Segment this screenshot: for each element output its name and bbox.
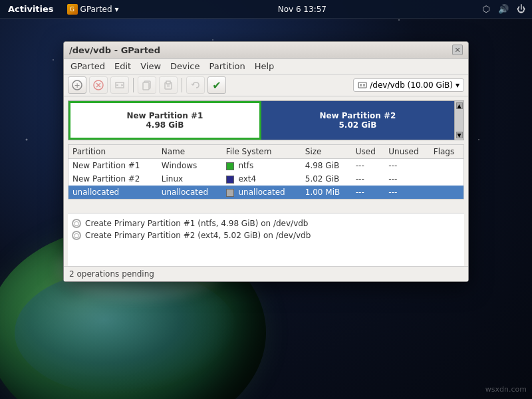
- paste-icon: [163, 80, 174, 90]
- col-filesystem: File System: [222, 145, 301, 159]
- svg-rect-7: [143, 82, 149, 90]
- new-icon: +: [72, 80, 82, 90]
- operation-item: ○Create Primary Partition #2 (ext4, 5.02…: [72, 229, 460, 241]
- row-1-used: ---: [352, 172, 385, 186]
- toolbar-sep-1: [133, 78, 134, 92]
- copy-icon: [142, 80, 152, 90]
- row-0-size: 4.98 GiB: [301, 159, 352, 173]
- row-0-partition: New Partition #1: [68, 159, 158, 173]
- p1-name: New Partition #1: [126, 111, 203, 120]
- network-icon[interactable]: ⬡: [480, 3, 492, 15]
- new-partition-button[interactable]: +: [68, 76, 86, 94]
- col-unused: Unused: [384, 145, 429, 159]
- row-2-size: 1.00 MiB: [301, 186, 352, 199]
- delete-button[interactable]: [89, 76, 108, 94]
- resize-icon: [114, 80, 125, 90]
- partition-table: Partition Name File System Size Used Unu…: [68, 145, 464, 199]
- fs-color-icon: [226, 162, 234, 170]
- row-2-flags: [430, 186, 464, 199]
- row-0-filesystem: ntfs: [222, 159, 301, 173]
- partition-1-block[interactable]: New Partition #1 4.98 GiB: [68, 101, 261, 140]
- row-1-filesystem: ext4: [222, 172, 301, 186]
- undo-icon: [190, 80, 201, 90]
- apply-button[interactable]: ✔: [207, 76, 226, 94]
- row-0-used: ---: [352, 159, 385, 173]
- volume-icon[interactable]: 🔊: [497, 3, 509, 15]
- op-text-0: Create Primary Partition #1 (ntfs, 4.98 …: [85, 219, 308, 228]
- partition-2-block[interactable]: New Partition #2 5.02 GiB: [261, 101, 454, 140]
- row-2-unused: ---: [384, 186, 429, 199]
- fs-color-icon: [226, 176, 234, 184]
- menu-edit[interactable]: Edit: [110, 60, 135, 72]
- taskbar: Activities G GParted ▾ Nov 6 13:57 ⬡ 🔊 ⏻: [0, 0, 532, 19]
- operations-list: ○Create Primary Partition #1 (ntfs, 4.98…: [72, 217, 460, 241]
- op-text-1: Create Primary Partition #2 (ext4, 5.02 …: [85, 231, 311, 240]
- row-2-partition: unallocated: [68, 186, 158, 199]
- taskbar-right: ⬡ 🔊 ⏻: [480, 3, 532, 15]
- col-partition: Partition: [68, 145, 158, 159]
- disk-scrollbar: ▲ ▼: [454, 101, 464, 140]
- status-bar: 2 operations pending: [64, 266, 468, 281]
- row-2-filesystem: unallocated: [222, 186, 301, 199]
- row-0-flags: [430, 159, 464, 173]
- taskbar-app[interactable]: G GParted ▾: [62, 4, 124, 15]
- row-0-name: Windows: [158, 159, 222, 173]
- p2-name: New Partition #2: [319, 111, 396, 120]
- svg-rect-9: [166, 81, 170, 84]
- operations-area: ○Create Primary Partition #1 (ntfs, 4.98…: [68, 213, 464, 266]
- operation-item: ○Create Primary Partition #1 (ntfs, 4.98…: [72, 217, 460, 229]
- menubar: GParted Edit View Device Partition Help: [64, 59, 468, 74]
- undo-button[interactable]: [186, 76, 205, 94]
- col-flags: Flags: [430, 145, 464, 159]
- taskbar-app-name: GParted: [80, 5, 112, 14]
- op-icon-1: ○: [72, 231, 81, 240]
- table-row[interactable]: unallocatedunallocated unallocated1.00 M…: [68, 186, 464, 199]
- row-1-flags: [430, 172, 464, 186]
- taskbar-app-arrow: ▾: [115, 5, 119, 14]
- partition-table-area: Partition Name File System Size Used Unu…: [68, 144, 464, 200]
- p1-size: 4.98 GiB: [146, 120, 184, 130]
- disk-visual: New Partition #1 4.98 GiB New Partition …: [68, 100, 464, 140]
- row-2-name: unallocated: [158, 186, 222, 199]
- svg-rect-12: [358, 82, 366, 88]
- svg-rect-14: [363, 84, 365, 86]
- menu-partition[interactable]: Partition: [205, 60, 249, 72]
- menu-view[interactable]: View: [136, 60, 165, 72]
- row-2-used: ---: [352, 186, 385, 199]
- table-row[interactable]: New Partition #1Windows ntfs4.98 GiB----…: [68, 159, 464, 173]
- row-0-unused: ---: [384, 159, 429, 173]
- device-label: /dev/vdb (10.00 GiB): [370, 80, 453, 90]
- col-size: Size: [301, 145, 352, 159]
- delete-icon: [93, 80, 104, 90]
- p2-size: 5.02 GiB: [338, 120, 376, 130]
- main-window: /dev/vdb - GParted ✕ GParted Edit View D…: [63, 41, 469, 282]
- row-1-name: Linux: [158, 172, 222, 186]
- power-icon[interactable]: ⏻: [515, 3, 527, 15]
- scrollbar-up-arrow[interactable]: ▲: [456, 102, 463, 109]
- fs-color-icon: [226, 189, 234, 197]
- paste-button[interactable]: [159, 76, 178, 94]
- copy-button[interactable]: [138, 76, 156, 94]
- table-header-row: Partition Name File System Size Used Unu…: [68, 145, 464, 159]
- taskbar-center: Nov 6 13:57: [124, 5, 480, 14]
- status-text: 2 operations pending: [69, 269, 154, 279]
- gparted-taskbar-icon: G: [67, 4, 78, 15]
- toolbar-sep-2: [182, 78, 182, 92]
- taskbar-datetime: Nov 6 13:57: [278, 5, 327, 14]
- svg-rect-13: [360, 84, 362, 86]
- device-icon: [358, 80, 367, 90]
- col-used: Used: [352, 145, 385, 159]
- menu-gparted[interactable]: GParted: [66, 60, 109, 72]
- table-spacer: [64, 200, 468, 210]
- scrollbar-down-arrow[interactable]: ▼: [456, 132, 463, 138]
- watermark: wsxdn.com: [485, 385, 527, 394]
- menu-device[interactable]: Device: [166, 60, 203, 72]
- activities-button[interactable]: Activities: [0, 0, 62, 18]
- menu-help[interactable]: Help: [251, 60, 279, 72]
- resize-button[interactable]: [110, 76, 129, 94]
- window-close-button[interactable]: ✕: [452, 45, 463, 55]
- op-icon-0: ○: [72, 219, 81, 228]
- col-name: Name: [158, 145, 222, 159]
- table-row[interactable]: New Partition #2Linux ext45.02 GiB------: [68, 172, 464, 186]
- device-selector[interactable]: /dev/vdb (10.00 GiB) ▾: [353, 78, 464, 92]
